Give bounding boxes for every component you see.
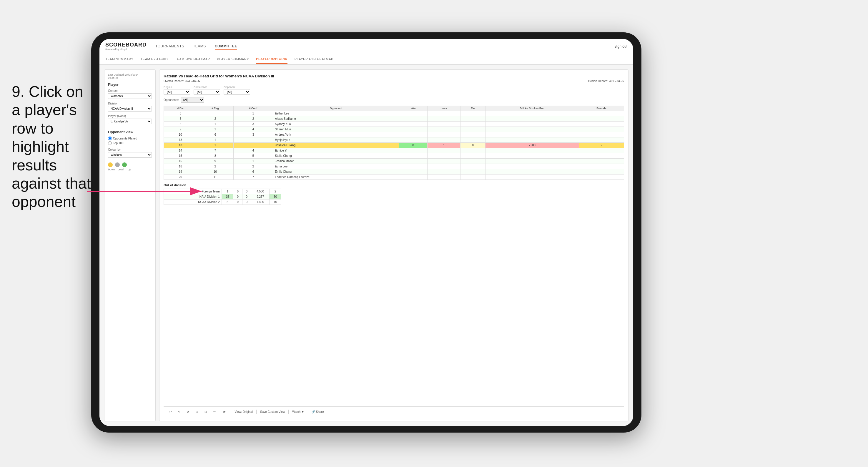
table-header-row: # Div # Reg # Conf Opponent Win Loss Tie…: [164, 106, 624, 111]
filter-opponent: Opponent (All): [224, 86, 250, 95]
tab-player-h2h-heatmap[interactable]: PLAYER H2H HEATMAP: [294, 55, 333, 63]
table-row[interactable]: 914 Sharon Mun: [164, 127, 624, 132]
spin-button[interactable]: ⟳: [221, 409, 227, 414]
conference-select[interactable]: (All): [194, 89, 220, 95]
opponent-filter-select[interactable]: (All): [224, 89, 250, 95]
table-section: # Div # Reg # Conf Opponent Win Loss Tie…: [164, 106, 624, 406]
table-row[interactable]: 31 Esther Lee: [164, 111, 624, 116]
table-row[interactable]: 522 Alexis Sudjianto: [164, 116, 624, 122]
redo-button[interactable]: ↪: [176, 409, 182, 414]
color-label-up: Up: [128, 168, 131, 171]
overall-record-value: 353 - 34 - 6: [185, 80, 200, 83]
opponent-view-label: Opponent view: [108, 130, 152, 134]
sidebar-section-title: Player: [108, 83, 152, 87]
col-opponent: Opponent: [273, 106, 399, 111]
tab-team-summary[interactable]: TEAM SUMMARY: [105, 55, 133, 63]
filters-section: Region (All) Conference (All): [164, 86, 624, 104]
save-custom-view-button[interactable]: Save Custom View: [260, 410, 285, 413]
tab-player-summary[interactable]: PLAYER SUMMARY: [217, 55, 249, 63]
nav-teams[interactable]: TEAMS: [193, 43, 206, 50]
division-label: Division: [108, 102, 152, 105]
color-label-down: Down: [108, 168, 115, 171]
toolbar-sep4: [308, 410, 308, 414]
view-original-button[interactable]: View: Original: [235, 410, 253, 413]
opponent-view-options: Opponents Played Top 100: [108, 136, 152, 145]
ood-row-naia1[interactable]: NAIA Division 1 15 0 0 9.267 30: [164, 194, 281, 199]
table-row[interactable]: 19106 Emily Chang: [164, 169, 624, 175]
out-of-division-title: Out of division: [164, 183, 624, 187]
table-row[interactable]: 1585 Stella Cheng: [164, 153, 624, 159]
table-row[interactable]: 613 Sydney Kuo: [164, 122, 624, 127]
col-rounds: Rounds: [579, 106, 624, 111]
col-div: # Div: [164, 106, 197, 111]
subnav: TEAM SUMMARY TEAM H2H GRID TEAM H2H HEAT…: [99, 54, 633, 65]
ood-row-ncaa2[interactable]: NCAA Division 2 5 0 0 7.400 10: [164, 199, 281, 205]
sidebar: Last Updated: 27/03/2024 16:55:38 Player…: [104, 69, 156, 422]
ood-row-foreign[interactable]: Foreign Team 1 0 0 4.500 2: [164, 189, 281, 194]
conference-label: Conference: [194, 86, 220, 89]
toolbar-sep: [231, 410, 231, 414]
main-panel: Katelyn Vo Head-to-Head Grid for Women's…: [159, 69, 628, 422]
division-record-value: 331 - 34 - 6: [609, 80, 624, 83]
sign-out-button[interactable]: Sign out: [614, 44, 627, 49]
table-row[interactable]: 20117 Federica Domecq Lacroze: [164, 175, 624, 180]
nav-tournaments[interactable]: TOURNAMENTS: [155, 43, 184, 50]
region-select[interactable]: (All): [164, 89, 190, 95]
logo-sub: Powered by clippd: [105, 48, 147, 51]
zoom-in-button[interactable]: ⊞: [194, 409, 200, 414]
colour-by-label: Colour by: [108, 148, 152, 151]
col-reg: # Reg: [197, 106, 233, 111]
color-dot-down: [108, 162, 113, 167]
col-loss: Loss: [428, 106, 461, 111]
tab-player-h2h-grid[interactable]: PLAYER H2H GRID: [256, 55, 287, 64]
tablet-shell: SCOREBOARD Powered by clippd TOURNAMENTS…: [91, 32, 642, 433]
toolbar: ↩ ↪ ⟳ ⊞ ⊟ ••• ⟳ View: Original Save Cust…: [164, 406, 624, 417]
radio-top100[interactable]: Top 100: [108, 141, 152, 145]
zoom-out-button[interactable]: ⊟: [203, 409, 209, 414]
opponents-select[interactable]: (All): [181, 97, 204, 103]
annotation-body: Click on a player's row to highlight res…: [12, 83, 91, 210]
more-button[interactable]: •••: [211, 409, 219, 414]
gender-label: Gender: [108, 89, 152, 92]
toolbar-sep3: [288, 410, 289, 414]
out-of-division-table: Foreign Team 1 0 0 4.500 2 NAIA Division…: [164, 189, 281, 205]
undo-button[interactable]: ↩: [167, 409, 174, 414]
annotation-text: 9. Click on a player's row to highlight …: [12, 83, 94, 211]
tablet-screen: SCOREBOARD Powered by clippd TOURNAMENTS…: [99, 39, 633, 426]
filters-row: Region (All) Conference (All): [164, 86, 624, 95]
opponents-label: Opponents:: [164, 98, 179, 101]
filter-conference: Conference (All): [194, 86, 220, 95]
color-dots: [108, 162, 152, 167]
player-rank-label: Player (Rank): [108, 115, 152, 118]
table-row[interactable]: 131 Hyejo Hyun: [164, 137, 624, 143]
table-row[interactable]: 1691 Jessica Mason: [164, 159, 624, 164]
color-section: Colour by Win/loss Down Level Up: [108, 148, 152, 171]
watch-button[interactable]: Watch ▼: [292, 410, 304, 413]
sidebar-timestamp: Last Updated: 27/03/2024 16:55:38: [108, 73, 152, 79]
colour-by-select[interactable]: Win/loss: [108, 152, 152, 158]
opponents-row: Opponents: (All): [164, 97, 624, 103]
col-tie: Tie: [460, 106, 485, 111]
tab-team-h2h-heatmap[interactable]: TEAM H2H HEATMAP: [175, 55, 210, 63]
color-label-level: Level: [118, 168, 124, 171]
player-rank-select[interactable]: 8. Katelyn Vo: [108, 119, 152, 124]
logo-area: SCOREBOARD Powered by clippd: [105, 42, 147, 51]
color-dot-level: [115, 162, 120, 167]
opponent-filter-label: Opponent: [224, 86, 250, 89]
nav-committee[interactable]: COMMITTEE: [215, 43, 238, 50]
gender-select[interactable]: Women's: [108, 93, 152, 99]
tab-team-h2h-grid[interactable]: TEAM H2H GRID: [141, 55, 168, 63]
table-row-highlighted[interactable]: 13 1 Jessica Huang 0 1 0 -3.00 2: [164, 143, 624, 148]
refresh-button[interactable]: ⟳: [185, 409, 191, 414]
panel-inner: Katelyn Vo Head-to-Head Grid for Women's…: [164, 74, 624, 417]
table-row[interactable]: 1063 Andrea York: [164, 132, 624, 137]
table-row[interactable]: 1474 Eunice Yi: [164, 148, 624, 153]
radio-opponents-played[interactable]: Opponents Played: [108, 136, 152, 141]
table-row[interactable]: 1822 Euna Lee: [164, 164, 624, 169]
nav-items: TOURNAMENTS TEAMS COMMITTEE: [155, 43, 614, 50]
col-diff: Diff Av Strokes/Rnd: [485, 106, 579, 111]
color-dot-up: [122, 162, 127, 167]
division-select[interactable]: NCAA Division III: [108, 106, 152, 112]
share-button[interactable]: 🔗 Share: [312, 410, 324, 413]
annotation-number: 9.: [12, 83, 24, 100]
